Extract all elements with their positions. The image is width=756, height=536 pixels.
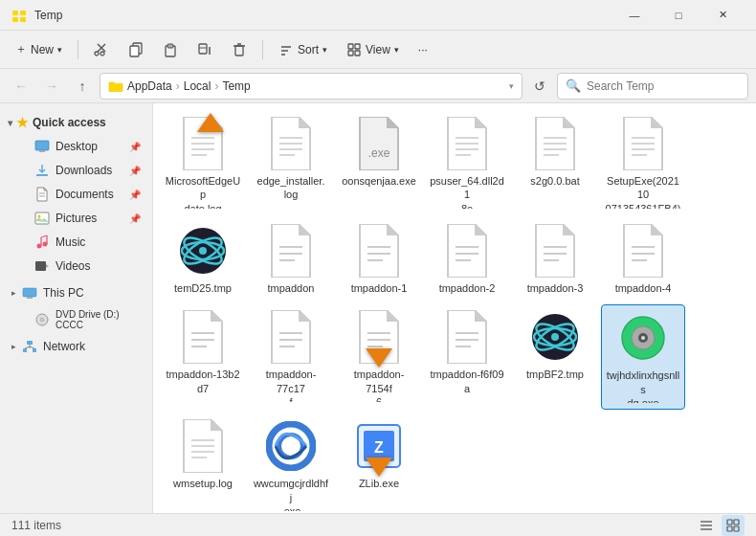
sort-button[interactable]: Sort ▾ (271, 38, 335, 61)
sidebar-item-desktop[interactable]: Desktop 📌 (4, 135, 148, 158)
svg-point-111 (641, 336, 645, 340)
file-item-tmpaddon3[interactable]: tmpaddon-3 (513, 218, 597, 301)
address-bar: ← → ↑ AppData › Local › Temp ▾ ↺ 🔍 (0, 69, 756, 103)
search-box: 🔍 (557, 73, 748, 100)
back-button[interactable]: ← (8, 73, 34, 100)
sidebar-item-documents[interactable]: Documents 📌 (4, 183, 148, 206)
file-item-tmpaddon4[interactable]: tmpaddon-4 (601, 218, 685, 301)
svg-line-49 (30, 346, 34, 348)
cut-icon (94, 42, 109, 57)
file-label-tmpaddonf6f09a: tmpaddon-f6f09 a (430, 368, 503, 395)
minimize-button[interactable]: — (612, 0, 656, 31)
file-item-tmpaddon77c17f[interactable]: tmpaddon-77c17 f (249, 304, 333, 410)
toolbar-separator-1 (78, 40, 78, 59)
file-item-s2g00bat[interactable]: s2g0.0.bat (513, 111, 597, 214)
file-item-setupexe[interactable]: SetupExe(202110 071354361FB4).l og (601, 111, 685, 214)
this-pc-icon (22, 285, 37, 301)
paste-button[interactable] (155, 38, 186, 61)
file-item-temd25[interactable]: temD25.tmp (161, 218, 245, 301)
file-label-wwcumgcjrdldhfj: wwcumgcjrdldhfj .exe (253, 477, 329, 511)
main-area: ▾ ★ Quick access Desktop 📌 Downloads 📌 (0, 103, 756, 513)
breadcrumb-local: Local (184, 79, 211, 93)
breadcrumb[interactable]: AppData › Local › Temp ▾ (100, 73, 523, 100)
file-item-oonsqenjaa[interactable]: .exe oonsqenjaa.exe (337, 111, 421, 214)
copy-button[interactable] (121, 38, 151, 61)
file-item-tmpaddon[interactable]: tmpaddon (249, 218, 333, 301)
star-icon: ★ (16, 115, 29, 130)
file-item-tmpaddon1[interactable]: tmpaddon-1 (337, 218, 421, 301)
sidebar-desktop-label: Desktop (56, 140, 98, 153)
file-item-edge_installer[interactable]: edge_installer. log (249, 111, 333, 214)
sidebar-network[interactable]: ▸ Network (4, 335, 148, 358)
file-item-tmpaddon7154f6[interactable]: tmpaddon-7154f 6 (337, 304, 421, 410)
sort-label: Sort (298, 43, 319, 56)
sidebar-dvd-drive[interactable]: DVD Drive (D:) CCCC (4, 305, 148, 334)
new-button[interactable]: ＋ New ▾ (8, 37, 70, 61)
svg-rect-24 (355, 51, 360, 56)
svg-rect-30 (35, 212, 49, 224)
svg-point-6 (95, 52, 99, 56)
file-item-tmpbf2[interactable]: tmpBF2.tmp (513, 304, 597, 410)
file-item-microsoftedgeupdate[interactable]: MicrosoftEdgeUp date.log (161, 111, 245, 214)
grid-view-button[interactable] (722, 515, 745, 536)
file-item-tmpaddonf6f09a[interactable]: tmpaddon-f6f09 a (425, 304, 509, 410)
delete-button[interactable] (224, 38, 255, 61)
list-view-button[interactable] (695, 515, 718, 536)
svg-rect-21 (348, 44, 353, 49)
file-label-microsoftedgeupdate: MicrosoftEdgeUp date.log (165, 174, 241, 209)
file-item-psuser64[interactable]: psuser_64.dll2d1 8e (425, 111, 509, 214)
svg-rect-22 (355, 44, 360, 49)
file-icon-psuser64 (440, 117, 494, 170)
file-icon-zlib: Z (352, 419, 406, 473)
maximize-button[interactable]: □ (656, 0, 700, 31)
search-input[interactable] (587, 79, 740, 93)
sidebar-music-label: Music (56, 235, 85, 249)
refresh-button[interactable]: ↺ (526, 73, 553, 100)
sidebar-this-pc[interactable]: ▸ This PC (4, 281, 148, 304)
up-button[interactable]: ↑ (69, 73, 96, 100)
svg-rect-127 (734, 526, 739, 531)
view-controls (695, 515, 745, 536)
more-button[interactable]: ··· (411, 39, 435, 60)
file-icon-tmpaddon2 (440, 224, 494, 278)
sidebar-item-pictures[interactable]: Pictures 📌 (4, 207, 148, 230)
sidebar-item-music[interactable]: Music (4, 231, 148, 254)
file-item-tmpaddon13b2d7[interactable]: tmpaddon-13b2 d7 (161, 304, 245, 410)
rename-button[interactable] (189, 38, 220, 61)
more-icon: ··· (418, 43, 428, 56)
forward-button[interactable]: → (38, 73, 65, 100)
cut-button[interactable] (86, 38, 117, 61)
folder-icon (108, 78, 123, 94)
svg-point-116 (269, 424, 313, 468)
file-item-wwcumgcjrdldhfj[interactable]: wwcumgcjrdldhfj .exe (249, 413, 333, 513)
file-label-tmpaddon13b2d7: tmpaddon-13b2 d7 (166, 368, 239, 395)
sidebar-item-downloads[interactable]: Downloads 📌 (4, 159, 148, 182)
file-item-wmsetup[interactable]: wmsetup.log (161, 413, 245, 513)
item-count: 111 items (11, 519, 61, 532)
chevron-right-icon: ▸ (11, 288, 16, 298)
view-button[interactable]: View ▾ (339, 38, 407, 61)
sidebar-item-videos[interactable]: Videos (4, 255, 148, 278)
breadcrumb-expand[interactable]: ▾ (509, 81, 514, 91)
svg-rect-45 (23, 348, 27, 352)
file-icon-tmpaddon7154f6 (352, 310, 406, 364)
svg-rect-12 (199, 44, 207, 54)
downloads-icon (34, 163, 50, 178)
file-icon-setupexe (616, 117, 670, 170)
file-label-twjhdxlinxhgsn: twjhdxlinxhgsnlls dg.exe (606, 368, 680, 403)
quick-access-header[interactable]: ▾ ★ Quick access (0, 111, 152, 134)
sidebar-videos-label: Videos (56, 259, 90, 273)
file-item-zlib[interactable]: Z ZLib.exe (337, 413, 421, 513)
svg-line-36 (41, 235, 47, 237)
file-item-twjhdxlinxhgsn[interactable]: twjhdxlinxhgsnlls dg.exe (601, 304, 685, 410)
file-label-tmpaddon7154f6: tmpaddon-7154f 6 (341, 368, 417, 402)
close-button[interactable]: ✕ (700, 0, 745, 31)
file-icon-oonsqenjaa: .exe (352, 117, 406, 170)
chevron-right-icon: ▸ (11, 342, 16, 351)
file-label-tmpaddon77c17f: tmpaddon-77c17 f (253, 368, 329, 402)
pin-icon: 📌 (129, 142, 141, 152)
file-icon-tmpaddonf6f09a (440, 310, 494, 364)
file-item-tmpaddon2[interactable]: tmpaddon-2 (425, 218, 509, 301)
rename-icon (197, 42, 212, 57)
svg-rect-9 (130, 46, 139, 56)
